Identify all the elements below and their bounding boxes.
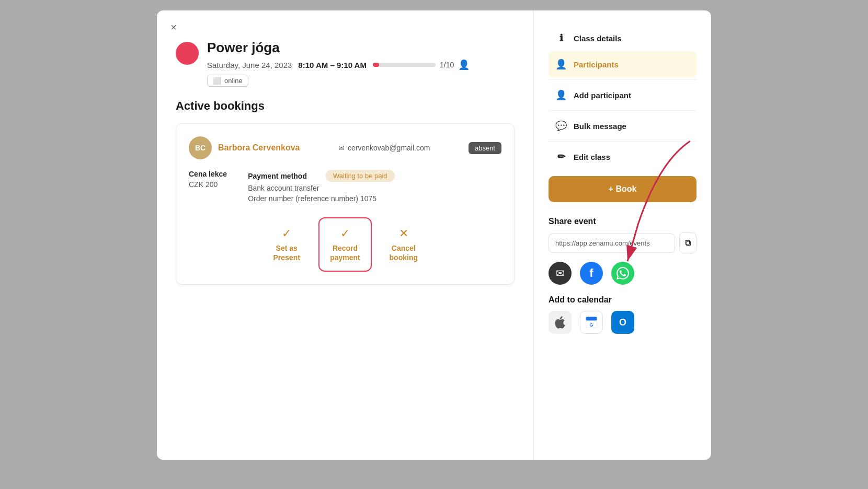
calendar-title: Add to calendar [549,295,696,305]
price-col: Cena lekce CZK 200 [189,170,227,203]
booking-details: Cena lekce CZK 200 Payment method Waitin… [189,170,501,203]
action-buttons: ✓ Set asPresent ✓ Recordpayment ✕ Cancel… [189,217,501,272]
share-url-input[interactable] [549,234,675,253]
share-url-row: ⧉ [549,232,696,253]
sidebar-participants-label: Participants [574,60,619,69]
close-button[interactable]: × [165,19,182,36]
outlook-calendar-icon[interactable]: O [611,311,634,334]
sidebar-item-edit-class[interactable]: ✏ Edit class [549,144,696,170]
price-label: Cena lekce [189,170,227,178]
share-facebook-icon[interactable]: f [580,262,603,285]
share-whatsapp-icon[interactable] [611,262,634,285]
payment-method-label: Payment method [248,172,307,180]
class-title: Power jóga [207,40,470,56]
sidebar-item-add-participant[interactable]: 👤 Add participant [549,82,696,108]
sidebar-class-details-label: Class details [574,34,622,43]
copy-url-button[interactable]: ⧉ [679,232,696,253]
order-number: Order number (reference number) 1075 [248,194,394,203]
bulk-message-icon: 💬 [555,120,567,132]
cancel-booking-icon: ✕ [399,227,408,240]
participant-email: ✉ cervenkovab@gmail.com [338,144,430,152]
sidebar-item-bulk-message[interactable]: 💬 Bulk message [549,113,696,139]
payment-method-value: Bank account transfer [248,184,394,192]
apple-calendar-icon[interactable] [549,311,572,334]
set-present-icon: ✓ [282,227,291,240]
online-label: online [224,77,243,85]
participants-icon: 👤 [555,59,567,70]
sidebar-divider-2 [549,110,696,111]
online-icon: ⬜ [213,77,221,85]
capacity-bar [373,63,436,67]
book-button[interactable]: + Book [549,176,696,202]
modal-overlay: × Power jóga Saturday, June 24, 2023 8:1… [0,0,868,489]
svg-text:G: G [589,322,593,328]
modal-left-panel: × Power jóga Saturday, June 24, 2023 8:1… [157,10,533,460]
class-info: Power jóga Saturday, June 24, 2023 8:10 … [207,40,470,87]
sidebar-divider-3 [549,141,696,142]
add-participant-icon: 👤 [555,89,567,101]
class-date: Saturday, June 24, 2023 [207,61,292,69]
calendar-icons-row: G O [549,311,696,334]
booking-card: BC Barbora Cervenkova ✉ cervenkovab@gmai… [176,123,515,285]
capacity-text: 1/10 [440,61,454,69]
record-payment-button[interactable]: ✓ Recordpayment [318,217,372,272]
email-icon: ✉ [338,144,345,152]
class-time: 8:10 AM – 9:10 AM [298,61,367,69]
capacity-row: 1/10 👤 [373,59,470,71]
modal: × Power jóga Saturday, June 24, 2023 8:1… [157,10,711,460]
set-present-label: Set asPresent [273,243,300,262]
social-icons-row: ✉ f [549,262,696,285]
capacity-fill [373,63,379,67]
info-icon: ℹ [555,32,567,44]
copy-icon: ⧉ [685,238,691,247]
online-badge: ⬜ online [207,75,248,87]
participant-row: BC Barbora Cervenkova ✉ cervenkovab@gmai… [189,136,501,159]
sidebar-add-participant-label: Add participant [574,91,631,100]
price-value: CZK 200 [189,180,227,189]
record-payment-label: Recordpayment [330,243,360,262]
record-payment-icon: ✓ [340,227,350,240]
class-time-row: Saturday, June 24, 2023 8:10 AM – 9:10 A… [207,59,470,71]
google-calendar-icon[interactable]: G [580,311,603,334]
modal-right-sidebar: ℹ Class details 👤 Participants 👤 Add par… [533,10,711,460]
svg-rect-2 [586,317,597,321]
set-as-present-button[interactable]: ✓ Set asPresent [263,220,310,269]
class-color-dot [176,42,199,65]
sidebar-edit-class-label: Edit class [574,153,610,161]
email-value: cervenkovab@gmail.com [348,144,430,152]
section-title: Active bookings [176,99,515,113]
sidebar-divider-1 [549,79,696,80]
share-email-icon[interactable]: ✉ [549,262,572,285]
payment-col: Payment method Waiting to be paid Bank a… [248,170,394,203]
edit-class-icon: ✏ [555,151,567,162]
payment-status-badge: Waiting to be paid [326,170,395,182]
share-title: Share event [549,217,696,226]
avatar: BC [189,136,212,159]
participant-left: BC Barbora Cervenkova [189,136,300,159]
participant-name[interactable]: Barbora Cervenkova [218,143,300,153]
class-header: Power jóga Saturday, June 24, 2023 8:10 … [176,40,515,87]
absent-badge: absent [469,142,501,154]
cancel-booking-button[interactable]: ✕ Cancelbooking [380,220,427,269]
sidebar-bulk-message-label: Bulk message [574,122,626,131]
cancel-booking-label: Cancelbooking [390,243,418,262]
sidebar-item-participants[interactable]: 👤 Participants [549,51,696,77]
person-icon: 👤 [458,59,470,71]
share-section: Share event ⧉ ✉ f Add to ca [549,217,696,334]
sidebar-item-class-details[interactable]: ℹ Class details [549,25,696,51]
